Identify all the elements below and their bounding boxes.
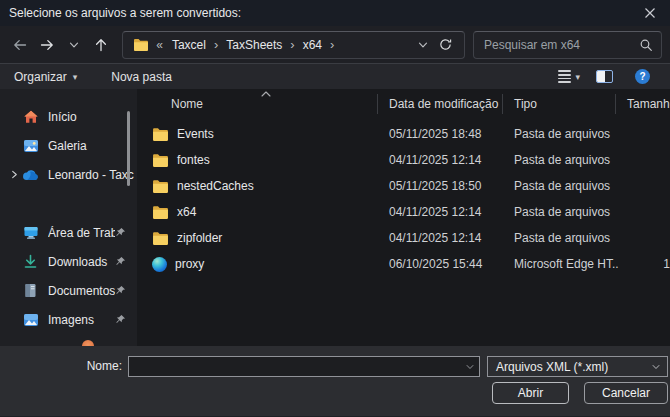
file-date: 06/10/2025 15:44 [381, 257, 506, 271]
preview-pane-icon[interactable] [596, 70, 613, 83]
table-row[interactable]: x64 04/11/2025 12:14 Pasta de arquivos [137, 199, 670, 225]
titlebar: Selecione os arquivos a serem convertido… [0, 0, 670, 26]
filetype-value: Arquivos XML (*.xml) [496, 360, 608, 374]
list-header: Nome Data de modificação Tipo Tamanho [137, 89, 670, 119]
organize-button[interactable]: Organizar ▾ [14, 70, 77, 84]
pin-icon [115, 227, 129, 238]
pin-icon [115, 256, 129, 267]
onedrive-cloud-icon [22, 166, 39, 183]
dialog-title: Selecione os arquivos a serem convertido… [9, 6, 241, 20]
column-header-type[interactable]: Tipo [506, 97, 619, 111]
desktop-icon [22, 224, 39, 241]
sort-ascending-icon [261, 91, 271, 97]
chevron-down-icon[interactable] [461, 362, 479, 372]
close-button[interactable] [630, 0, 670, 26]
sidebar-item-label: Imagens [48, 313, 115, 327]
home-icon [22, 108, 39, 125]
table-row[interactable]: proxy 06/10/2025 15:44 Microsoft Edge HT… [137, 251, 670, 277]
sidebar-scrollbar[interactable] [127, 111, 130, 186]
file-date: 04/11/2025 12:14 [381, 205, 506, 219]
folder-icon [152, 153, 169, 168]
pin-icon [115, 314, 129, 325]
new-folder-button[interactable]: Nova pasta [111, 70, 172, 84]
folder-icon [152, 205, 169, 220]
address-bar[interactable]: « Taxcel › TaxSheets › x64 › [122, 31, 465, 59]
file-name: zipfolder [177, 231, 222, 245]
chevron-right-icon: › [213, 37, 219, 52]
column-separator[interactable] [377, 94, 378, 114]
filetype-select[interactable]: Arquivos XML (*.xml) [487, 356, 668, 377]
breadcrumb-overflow-chevron[interactable]: « [154, 38, 165, 52]
column-separator[interactable] [502, 94, 503, 114]
chevron-down-icon: ▾ [73, 72, 78, 82]
pictures-icon [22, 311, 39, 328]
sidebar-item-area-de-trabalho[interactable]: Área de Trab [0, 218, 137, 247]
file-name: fontes [177, 153, 210, 167]
filename-combobox[interactable] [128, 356, 480, 377]
file-name: x64 [177, 205, 196, 219]
sidebar-item-label: Início [48, 110, 137, 124]
sidebar-item-label: Downloads [48, 255, 115, 269]
column-header-size[interactable]: Tamanho [619, 97, 670, 111]
search-box[interactable] [473, 31, 662, 59]
file-size: 1 [619, 257, 670, 271]
breadcrumb-segment-taxsheets[interactable]: TaxSheets [221, 36, 287, 54]
up-button[interactable] [87, 31, 114, 59]
sidebar-item-inicio[interactable]: Início [0, 102, 137, 131]
address-dropdown-chevron[interactable] [412, 34, 434, 56]
chevron-down-icon [651, 362, 661, 372]
filename-input[interactable] [129, 357, 461, 376]
column-separator[interactable] [615, 94, 616, 114]
pin-icon [115, 285, 129, 296]
file-rows: Events 05/11/2025 18:48 Pasta de arquivo… [137, 121, 670, 277]
chevron-down-icon: ▾ [575, 72, 580, 82]
filename-label: Nome: [60, 359, 122, 373]
download-icon [22, 253, 39, 270]
forward-button[interactable] [33, 31, 60, 59]
organize-label: Organizar [14, 70, 67, 84]
close-icon [644, 7, 656, 19]
dialog-footer: Nome: Arquivos XML (*.xml) Abrir Cancela… [0, 346, 670, 416]
sidebar-item-onedrive[interactable]: Leonardo - Taxc [0, 160, 137, 189]
file-type: Pasta de arquivos [506, 179, 619, 193]
folder-icon [152, 127, 169, 142]
table-row[interactable]: Events 05/11/2025 18:48 Pasta de arquivo… [137, 121, 670, 147]
file-type: Microsoft Edge HT... [506, 257, 619, 271]
search-icon[interactable] [639, 38, 653, 52]
cancel-button[interactable]: Cancelar [584, 382, 668, 404]
sidebar-item-galeria[interactable]: Galeria [0, 131, 137, 160]
breadcrumb-segment-taxcel[interactable]: Taxcel [167, 36, 211, 54]
folder-icon [152, 231, 169, 246]
breadcrumb: « Taxcel › TaxSheets › x64 › [154, 36, 412, 54]
sidebar-item-documentos[interactable]: Documentos [0, 276, 137, 305]
help-icon[interactable]: ? [635, 69, 650, 84]
refresh-icon[interactable] [434, 34, 458, 56]
file-type: Pasta de arquivos [506, 231, 619, 245]
navigation-sidebar: Início Galeria Leonardo - Taxc [0, 89, 137, 346]
sidebar-item-label: Leonardo - Taxc [48, 168, 137, 182]
file-date: 04/11/2025 12:14 [381, 153, 506, 167]
file-name: proxy [175, 257, 204, 271]
table-row[interactable]: nestedCaches 05/11/2025 18:50 Pasta de a… [137, 173, 670, 199]
search-input[interactable] [484, 38, 639, 52]
expand-chevron-icon[interactable] [6, 170, 22, 179]
table-row[interactable]: zipfolder 04/11/2025 12:14 Pasta de arqu… [137, 225, 670, 251]
file-name: nestedCaches [177, 179, 254, 193]
file-open-dialog: Selecione os arquivos a serem convertido… [0, 0, 670, 417]
details-view-icon [558, 70, 571, 83]
new-folder-label: Nova pasta [111, 70, 172, 84]
sidebar-item-downloads[interactable]: Downloads [0, 247, 137, 276]
table-row[interactable]: fontes 04/11/2025 12:14 Pasta de arquivo… [137, 147, 670, 173]
back-button[interactable] [6, 31, 33, 59]
sidebar-item-imagens[interactable]: Imagens [0, 305, 137, 334]
view-mode-button[interactable]: ▾ [554, 68, 584, 85]
column-header-date[interactable]: Data de modificação [381, 97, 506, 111]
column-header-name[interactable]: Nome [137, 97, 381, 111]
file-type: Pasta de arquivos [506, 127, 619, 141]
breadcrumb-segment-x64[interactable]: x64 [298, 36, 327, 54]
recent-locations-chevron[interactable] [60, 31, 87, 59]
edge-icon [152, 257, 167, 272]
chevron-right-icon: › [329, 37, 335, 52]
file-date: 05/11/2025 18:50 [381, 179, 506, 193]
open-button[interactable]: Abrir [492, 382, 569, 404]
